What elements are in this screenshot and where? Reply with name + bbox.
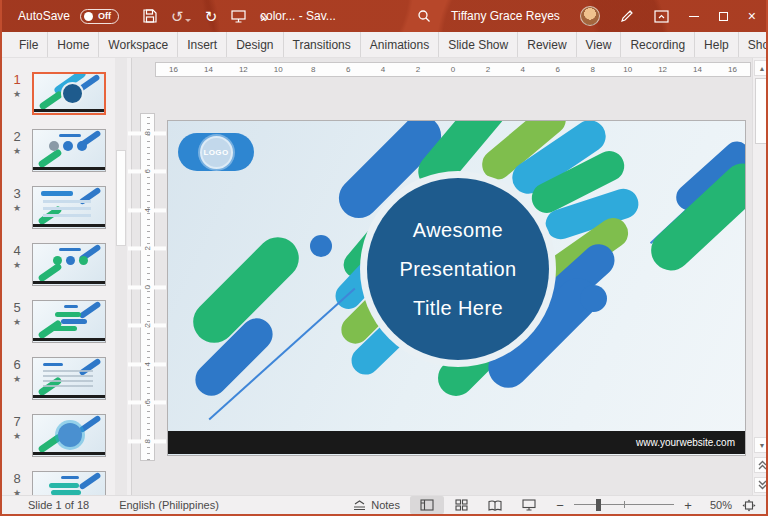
ribbon-tab[interactable]: Workspace bbox=[99, 32, 178, 57]
ribbon-display-options-button[interactable] bbox=[644, 0, 679, 32]
horizontal-ruler[interactable]: 1614121086420246810121416 bbox=[155, 62, 751, 77]
slide-title-line: Title Here bbox=[413, 289, 503, 328]
ribbon-tabs: FileHomeWorkspaceInsertDesignTransitions… bbox=[2, 32, 768, 57]
start-slideshow-button[interactable] bbox=[231, 10, 246, 23]
user-name[interactable]: Tiffany Grace Reyes bbox=[441, 0, 570, 32]
animation-star-icon: ★ bbox=[13, 90, 21, 99]
website-bar[interactable]: www.yourwebsite.com bbox=[168, 431, 745, 454]
autosave-state: Off bbox=[98, 11, 111, 21]
thumb-green-capsule bbox=[37, 148, 62, 169]
editing-mode-button[interactable] bbox=[610, 0, 644, 32]
user-avatar[interactable] bbox=[570, 0, 610, 32]
ribbon-tab[interactable]: Home bbox=[48, 32, 99, 57]
thumb-blue-capsule bbox=[78, 244, 101, 262]
ribbon-tab[interactable]: Transitions bbox=[284, 32, 361, 57]
logo-placeholder[interactable]: LOGO bbox=[178, 133, 254, 171]
normal-view-button[interactable] bbox=[410, 496, 444, 514]
vertical-scrollbar[interactable]: ▲ ▼ bbox=[752, 58, 768, 495]
close-button[interactable]: × bbox=[738, 0, 766, 32]
slide-number: 8 bbox=[13, 471, 20, 486]
ruler-number: 6 bbox=[128, 169, 166, 173]
fit-slide-to-window-button[interactable] bbox=[736, 499, 762, 512]
undo-button[interactable]: ↺ bbox=[171, 9, 191, 24]
save-button[interactable] bbox=[143, 9, 157, 23]
notes-button[interactable]: Notes bbox=[343, 496, 410, 515]
zoom-level[interactable]: 50% bbox=[702, 499, 736, 511]
ribbon-tab[interactable]: Review bbox=[518, 32, 576, 57]
ruler-number: 8 bbox=[128, 438, 166, 442]
autosave-toggle[interactable]: Off bbox=[80, 9, 119, 24]
ruler-number: 4 bbox=[128, 362, 166, 366]
language-indicator[interactable]: English (Philippines) bbox=[119, 499, 219, 511]
previous-slide-button[interactable] bbox=[754, 457, 768, 473]
thumb-green-capsule bbox=[37, 433, 62, 454]
ribbon-tab[interactable]: Slide Show bbox=[439, 32, 518, 57]
ruler-number: 10 bbox=[610, 63, 645, 76]
zoom-in-button[interactable]: + bbox=[682, 498, 694, 513]
slide-editing-surface[interactable]: AwesomePresentationTitle Here LOGO www.y… bbox=[168, 121, 745, 455]
slide-sorter-view-button[interactable] bbox=[444, 496, 478, 514]
ribbon-tab[interactable]: ShortcutTo bbox=[739, 32, 768, 57]
avatar bbox=[580, 6, 600, 26]
slide-thumbnail[interactable] bbox=[32, 471, 106, 495]
slide-number: 2 bbox=[13, 129, 20, 144]
ribbon-tab[interactable]: File bbox=[10, 32, 48, 57]
ribbon-tab[interactable]: Help bbox=[695, 32, 739, 57]
slide-thumbnail[interactable] bbox=[32, 414, 106, 457]
document-title: color... - Sav... bbox=[260, 9, 336, 23]
zoom-control: − + bbox=[546, 496, 702, 514]
slide-thumbnail-item[interactable]: 2 ★ bbox=[2, 129, 131, 172]
zoom-slider-knob[interactable] bbox=[596, 499, 601, 511]
thumbnail-scrollbar[interactable] bbox=[115, 58, 127, 495]
slide-thumbnail-item[interactable]: 1 ★ bbox=[2, 72, 131, 115]
search-button[interactable] bbox=[407, 0, 441, 32]
thumb-blue-capsule bbox=[78, 472, 101, 490]
zoom-slider-midpoint bbox=[624, 501, 625, 508]
ribbon-tab[interactable]: Recording bbox=[621, 32, 695, 57]
slide-thumbnail-item[interactable]: 7 ★ bbox=[2, 414, 131, 457]
zoom-out-button[interactable]: − bbox=[554, 498, 566, 513]
redo-button[interactable]: ↻ bbox=[205, 9, 218, 24]
reading-view-button[interactable] bbox=[478, 496, 512, 514]
slide-thumbnail[interactable] bbox=[32, 186, 106, 229]
next-slide-button[interactable] bbox=[754, 477, 768, 493]
slide-thumbnail[interactable] bbox=[32, 357, 106, 400]
slide-thumbnail[interactable] bbox=[32, 72, 106, 115]
title-circle[interactable]: AwesomePresentationTitle Here bbox=[367, 178, 549, 360]
slide-thumbnail-item[interactable]: 5 ★ bbox=[2, 300, 131, 343]
minimize-button[interactable] bbox=[679, 0, 709, 32]
thumbnail-scrollbar-thumb[interactable] bbox=[116, 150, 126, 246]
slide-thumbnail[interactable] bbox=[32, 243, 106, 286]
thumb-blue-capsule bbox=[78, 415, 101, 433]
slide-thumbnail[interactable] bbox=[32, 129, 106, 172]
ruler-number: 14 bbox=[680, 63, 715, 76]
ruler-number: 8 bbox=[575, 63, 610, 76]
animation-star-icon: ★ bbox=[13, 147, 21, 156]
scrollbar-thumb[interactable] bbox=[755, 78, 768, 144]
dot-blue-left[interactable] bbox=[310, 235, 332, 257]
ruler-number: 0 bbox=[128, 285, 166, 289]
scroll-up-button[interactable]: ▲ bbox=[754, 60, 768, 76]
thumb-footer-bar bbox=[33, 452, 105, 455]
ribbon-tab[interactable]: View bbox=[577, 32, 622, 57]
slide-thumbnail-item[interactable]: 6 ★ bbox=[2, 357, 131, 400]
vertical-ruler[interactable]: 864202468 bbox=[140, 113, 155, 461]
thumb-green-capsule bbox=[37, 319, 62, 340]
thumb-green-capsule bbox=[37, 205, 62, 226]
slide-number: 3 bbox=[13, 186, 20, 201]
ribbon-tab[interactable]: Insert bbox=[178, 32, 227, 57]
slide-thumbnail-item[interactable]: 3 ★ bbox=[2, 186, 131, 229]
ribbon-tab[interactable]: Animations bbox=[361, 32, 439, 57]
ribbon-tab[interactable]: Design bbox=[227, 32, 283, 57]
slide-thumbnail-item[interactable]: 4 ★ bbox=[2, 243, 131, 286]
slideshow-view-button[interactable] bbox=[512, 496, 546, 514]
zoom-slider[interactable] bbox=[574, 496, 674, 514]
dot-blue-right[interactable] bbox=[580, 285, 607, 312]
undo-dropdown-icon[interactable] bbox=[185, 19, 191, 22]
maximize-button[interactable] bbox=[709, 0, 738, 32]
slide-thumbnail[interactable] bbox=[32, 300, 106, 343]
slide-thumbnail-item[interactable]: 8 ★ bbox=[2, 471, 131, 495]
slide-indicator[interactable]: Slide 1 of 18 bbox=[28, 499, 89, 511]
thumb-blue-capsule bbox=[78, 301, 101, 319]
scroll-down-button[interactable]: ▼ bbox=[754, 437, 768, 453]
